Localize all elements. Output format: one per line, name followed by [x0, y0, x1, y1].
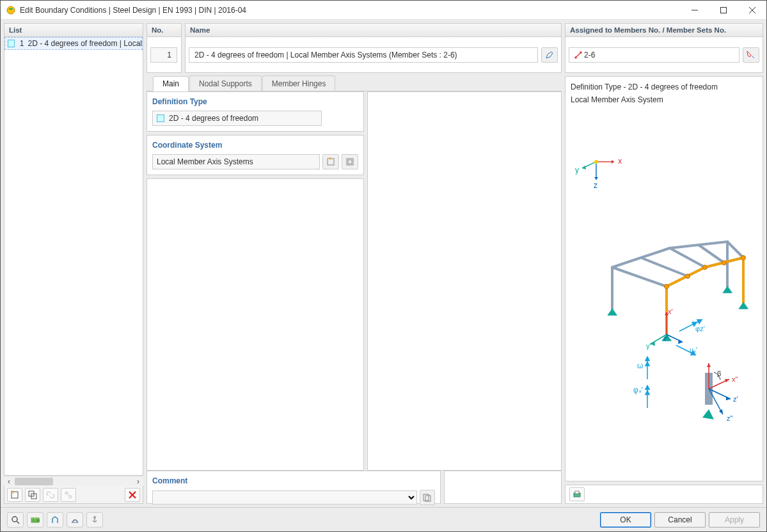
ok-button[interactable]: OK — [600, 512, 651, 528]
axis-x-label: x — [618, 157, 622, 166]
svg-point-0 — [7, 6, 15, 14]
definition-type-select[interactable]: 2D - 4 degrees of freedom — [152, 111, 322, 126]
definition-type-swatch — [157, 114, 164, 122]
svg-point-20 — [594, 160, 598, 164]
tab-nodal-supports[interactable]: Nodal Supports — [189, 75, 262, 91]
pick-members-button[interactable] — [743, 47, 759, 63]
preview-illustration: x y z — [571, 114, 756, 472]
assigned-input[interactable]: 2-6 — [569, 47, 739, 63]
list-toolbar — [4, 486, 143, 504]
name-input[interactable] — [189, 47, 538, 63]
svg-marker-59 — [645, 357, 649, 361]
minimize-button[interactable] — [680, 1, 709, 20]
svg-marker-43 — [608, 309, 617, 315]
tab-member-hinges[interactable]: Member Hinges — [262, 75, 336, 91]
no-input[interactable] — [150, 47, 177, 63]
sym-beta: β — [717, 370, 721, 377]
structure-button[interactable] — [47, 512, 63, 528]
titlebar: Edit Boundary Conditions | Steel Design … — [1, 1, 766, 20]
definition-type-label: Definition Type — [152, 97, 358, 106]
svg-line-29 — [612, 267, 667, 286]
svg-marker-52 — [678, 340, 683, 344]
svg-line-30 — [641, 258, 688, 276]
anchor-button[interactable] — [86, 512, 103, 528]
svg-marker-60 — [645, 362, 649, 366]
svg-point-42 — [741, 256, 746, 260]
props-blank — [146, 178, 364, 471]
sym-zp: z' — [663, 334, 668, 342]
list-row-swatch — [8, 40, 15, 47]
assigned-value: 2-6 — [584, 51, 595, 59]
list-row-text: 2D - 4 degrees of freedom | Local — [28, 39, 142, 48]
app-icon — [6, 5, 16, 15]
preview-title-2: Local Member Axis System — [571, 95, 757, 105]
close-button[interactable] — [738, 1, 766, 20]
tabs: Main Nodal Supports Member Hinges — [146, 76, 562, 91]
sym-xp: x' — [668, 308, 673, 315]
svg-point-38 — [665, 285, 669, 289]
svg-point-39 — [686, 274, 690, 279]
tree-button[interactable] — [61, 488, 76, 502]
sym-phix: φₓ' — [633, 386, 643, 395]
svg-rect-11 — [348, 160, 352, 164]
tab-main[interactable]: Main — [153, 76, 189, 91]
svg-point-41 — [722, 261, 727, 265]
sym-uy: uᵧ' — [690, 346, 697, 354]
coord-system-select[interactable]: Local Member Axis Systems — [152, 154, 320, 169]
sym-yp: y' — [646, 342, 651, 350]
sym-x2: x'' — [732, 375, 738, 383]
link-button[interactable] — [43, 488, 58, 502]
svg-marker-73 — [702, 409, 714, 419]
svg-rect-1 — [720, 7, 726, 13]
maximize-button[interactable] — [709, 1, 738, 20]
list-h-scrollbar[interactable]: ‹ › — [4, 476, 143, 486]
list-row[interactable]: 1 2D - 4 degrees of freedom | Local — [4, 37, 143, 50]
coord-system-box: Coordinate System Local Member Axis Syst… — [146, 135, 364, 175]
svg-marker-17 — [594, 177, 598, 180]
svg-rect-75 — [575, 491, 579, 494]
svg-point-76 — [12, 517, 17, 522]
member-icon — [574, 51, 582, 59]
comment-input[interactable] — [152, 490, 417, 505]
coord-edit-button[interactable] — [342, 154, 358, 169]
svg-point-40 — [703, 265, 708, 270]
svg-marker-62 — [645, 386, 649, 389]
definition-type-box: Definition Type 2D - 4 degrees of freedo… — [146, 91, 364, 132]
sym-omega: ω — [637, 361, 643, 370]
svg-line-32 — [699, 245, 724, 263]
svg-marker-72 — [719, 409, 723, 414]
preview-print-button[interactable] — [569, 487, 585, 501]
preview-panel: Definition Type - 2D - 4 degrees of free… — [565, 76, 763, 481]
axis-y-label: y — [575, 166, 579, 175]
svg-marker-15 — [612, 160, 614, 164]
list-row-num: 1 — [17, 39, 24, 48]
svg-text:0.00: 0.00 — [33, 519, 40, 522]
comment-library-button[interactable] — [420, 490, 435, 505]
svg-rect-2 — [12, 492, 18, 498]
new-item-button[interactable] — [7, 488, 22, 502]
duplicate-item-button[interactable] — [25, 488, 40, 502]
assigned-label: Assigned to Members No. / Member Sets No… — [565, 23, 763, 37]
cancel-button[interactable]: Cancel — [654, 512, 706, 528]
svg-marker-63 — [645, 391, 649, 395]
view-button[interactable] — [67, 512, 83, 528]
coord-system-value: Local Member Axis Systems — [157, 157, 253, 166]
units-button[interactable]: 0.00 — [27, 512, 43, 528]
sym-phiz: φz' — [695, 325, 705, 332]
delete-item-button[interactable] — [125, 488, 140, 502]
axis-z-label: z — [594, 181, 597, 190]
preview-toolbar — [565, 485, 763, 504]
svg-marker-46 — [739, 302, 748, 309]
name-label: Name — [185, 23, 562, 37]
svg-marker-68 — [725, 379, 729, 382]
sym-z2: z' — [733, 395, 738, 403]
center-blank — [367, 91, 562, 471]
coord-new-button[interactable] — [322, 154, 339, 169]
list-body: 1 2D - 4 degrees of freedom | Local — [4, 37, 143, 476]
edit-name-button[interactable] — [541, 47, 558, 63]
svg-marker-66 — [707, 363, 711, 367]
list-header: List — [4, 23, 143, 37]
search-button[interactable] — [7, 512, 24, 528]
preview-title-1: Definition Type - 2D - 4 degrees of free… — [571, 82, 757, 92]
apply-button[interactable]: Apply — [709, 512, 760, 528]
